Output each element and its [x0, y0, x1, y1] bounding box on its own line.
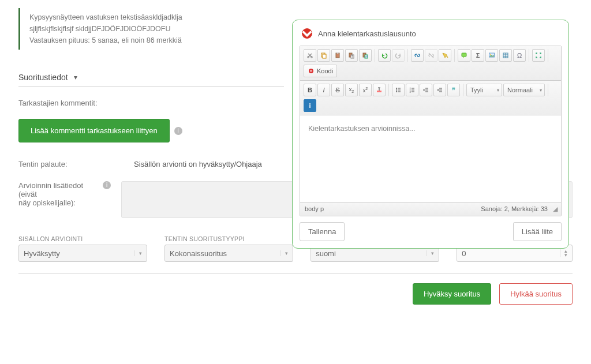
editor-toolbar-2: B I S x2 x2 123 ❞ Tyyli▾	[300, 81, 561, 115]
bold-icon[interactable]: B	[304, 84, 316, 96]
indent-icon[interactable]	[433, 84, 446, 96]
response-length: Vastauksen pituus: 5 sanaa, eli noin 86 …	[29, 35, 284, 46]
info-icon[interactable]: i	[304, 99, 316, 112]
response-line-1: Kypsyysnäytteen vastuksen tekstisäaskldj…	[29, 12, 284, 23]
blockquote-icon[interactable]: ❞	[447, 84, 460, 96]
collapse-icon[interactable]	[302, 28, 312, 39]
chevron-down-icon: ▾	[134, 250, 142, 256]
action-row: Hyväksy suoritus Hylkää suoritus	[18, 283, 573, 305]
ul-icon[interactable]	[392, 84, 405, 96]
panel-actions: Tallenna Lisää liite	[300, 222, 562, 241]
svg-point-14	[490, 54, 491, 55]
chevron-down-icon: ▾	[74, 73, 77, 81]
chevron-down-icon: ▾	[280, 250, 288, 256]
grade-examtype-label: TENTIN SUORITUSTYYPPI	[164, 235, 293, 242]
svg-point-19	[396, 89, 397, 91]
ol-icon[interactable]: 123	[406, 84, 418, 96]
copy-icon[interactable]	[317, 49, 330, 62]
reject-button[interactable]: Hylkää suoritus	[499, 283, 573, 305]
add-attachment-button[interactable]: Lisää liite	[513, 222, 562, 241]
superscript-icon[interactable]: x2	[359, 84, 372, 96]
undo-icon[interactable]	[378, 49, 391, 62]
divider	[18, 273, 573, 274]
approve-button[interactable]: Hyväksy suoritus	[413, 283, 491, 305]
maximize-icon[interactable]	[532, 49, 545, 62]
sigma-icon[interactable]: Σ	[472, 49, 484, 62]
feedback-value: Sisällön arvionti on hyväksytty/Ohjaaja	[134, 160, 262, 168]
table-icon[interactable]	[499, 49, 512, 62]
cut-icon[interactable]	[304, 49, 316, 62]
svg-rect-12	[462, 53, 466, 57]
editor-status-bar: body p Sanoja: 2, Merkkejä: 33 ◢	[300, 202, 561, 216]
page-root: Kypsyysnäytteen vastuksen tekstisäaskldj…	[2, 2, 589, 316]
paste-text-icon[interactable]: T	[345, 49, 358, 62]
info-icon[interactable]: i	[103, 181, 111, 189]
omega-icon[interactable]: Ω	[513, 49, 526, 62]
editor-toolbar-1: T W Σ Ω	[300, 46, 561, 81]
svg-text:T: T	[351, 55, 353, 58]
strike-icon[interactable]: S	[331, 84, 344, 96]
grade-content-label: SISÄLLÖN ARVIOINTI	[18, 235, 147, 242]
response-block: Kypsyysnäytteen vastuksen tekstisäaskldj…	[18, 8, 284, 50]
comment-icon[interactable]	[458, 49, 470, 62]
grade-examtype-select[interactable]: Kokonaissuoritus ▾	[164, 245, 293, 262]
editor-path: body p	[305, 205, 324, 213]
section-title: Suoritustiedot	[18, 73, 68, 82]
svg-rect-4	[336, 53, 339, 58]
response-line-2: sjljflskjflskjflsjf skldjjDFJDÖFJDIOÖFJD…	[29, 23, 284, 35]
format-select[interactable]: Normaali▾	[503, 84, 545, 96]
panel-title: Anna kielentarkastuslausunto	[318, 29, 416, 38]
paste-icon[interactable]	[331, 49, 344, 62]
feedback-label: Tentin palaute:	[18, 160, 111, 168]
spinner-icon: ▴▾	[560, 249, 567, 257]
outdent-icon[interactable]	[420, 84, 432, 96]
redo-icon[interactable]	[392, 49, 405, 62]
svg-text:3: 3	[410, 91, 412, 93]
image-icon[interactable]	[485, 49, 498, 62]
svg-rect-3	[323, 54, 326, 58]
style-select[interactable]: Tyyli▾	[466, 84, 502, 96]
editor-counts: Sanoja: 2, Merkkejä: 33	[481, 205, 548, 212]
editor-body[interactable]: Kielentarkastuksen arvioinnissa...	[300, 115, 561, 202]
link-icon[interactable]	[411, 49, 424, 62]
source-button[interactable]: Koodi	[304, 65, 337, 77]
svg-rect-5	[337, 52, 339, 54]
paste-word-icon[interactable]: W	[359, 49, 372, 62]
svg-point-18	[396, 88, 397, 89]
chevron-down-icon: ▾	[427, 250, 434, 256]
remove-format-icon[interactable]	[373, 84, 386, 96]
svg-text:W: W	[365, 55, 368, 58]
section-suoritustiedot[interactable]: Suoritustiedot ▾	[18, 73, 284, 87]
resize-grip-icon[interactable]: ◢	[553, 205, 556, 212]
anchor-icon[interactable]	[439, 49, 451, 62]
grade-content-select[interactable]: Hyväksytty ▾	[18, 245, 147, 262]
italic-icon[interactable]: I	[317, 84, 330, 96]
language-review-panel: Anna kielentarkastuslausunto T W	[292, 20, 569, 249]
rich-text-editor: T W Σ Ω	[300, 46, 562, 216]
svg-point-20	[396, 91, 397, 92]
add-comment-button[interactable]: Lisää kommentti tarkastukseen liittyen	[18, 119, 170, 142]
subscript-icon[interactable]: x2	[345, 84, 358, 96]
info-icon[interactable]: i	[174, 127, 182, 135]
save-button[interactable]: Tallenna	[300, 222, 345, 241]
svg-rect-17	[377, 91, 381, 92]
unlink-icon[interactable]	[425, 49, 437, 62]
extra-info-label: Arvioinnin lisätiedot (eivät näy opiskel…	[18, 181, 111, 207]
